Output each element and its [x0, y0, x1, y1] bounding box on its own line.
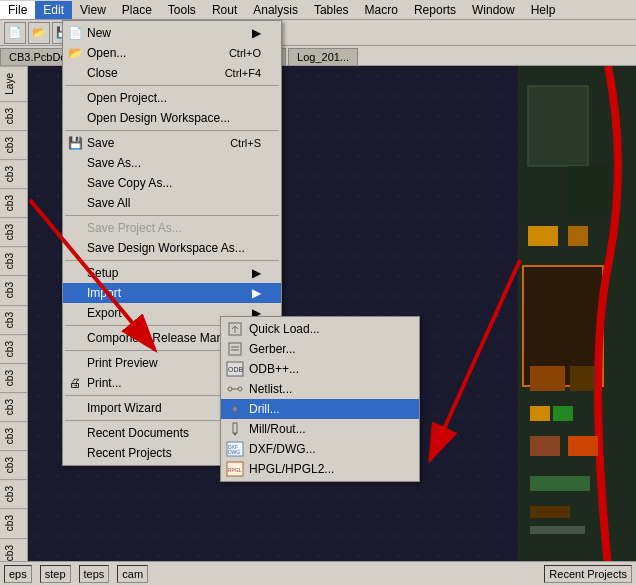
- status-eps: eps: [4, 565, 32, 583]
- print-icon: 🖨: [67, 375, 83, 391]
- divider-2: [65, 130, 279, 131]
- menu-help[interactable]: Help: [523, 1, 564, 19]
- mill-icon: [225, 419, 245, 439]
- menu-open-workspace[interactable]: Open Design Workspace...: [63, 108, 281, 128]
- status-cam: cam: [117, 565, 148, 583]
- import-drill[interactable]: Drill...: [221, 399, 419, 419]
- close-shortcut: Ctrl+F4: [225, 67, 261, 79]
- svg-point-29: [233, 407, 237, 411]
- open-button[interactable]: 📂: [28, 22, 50, 44]
- import-submenu: Quick Load... Gerber... ODB ODB++... Net…: [220, 316, 420, 482]
- import-quick-load[interactable]: Quick Load...: [221, 319, 419, 339]
- side-label-cb3-13[interactable]: cb3: [0, 450, 27, 479]
- status-teps: teps: [79, 565, 110, 583]
- side-label-laye[interactable]: Laye: [0, 66, 27, 101]
- side-label-cb3-4[interactable]: cb3: [0, 188, 27, 217]
- import-dxf-dwg[interactable]: DXFDWG DXF/DWG...: [221, 439, 419, 459]
- import-arrow: ▶: [252, 286, 261, 300]
- menu-open[interactable]: 📂 Open... Ctrl+O: [63, 43, 281, 63]
- tab-log[interactable]: Log_201...: [288, 48, 358, 65]
- menu-reports[interactable]: Reports: [406, 1, 464, 19]
- divider-1: [65, 85, 279, 86]
- svg-rect-30: [233, 423, 237, 433]
- gerber-icon: [225, 339, 245, 359]
- menu-window[interactable]: Window: [464, 1, 523, 19]
- menu-open-project[interactable]: Open Project...: [63, 88, 281, 108]
- side-label-cb3-2[interactable]: cb3: [0, 130, 27, 159]
- side-label-cb3-12[interactable]: cb3: [0, 421, 27, 450]
- import-netlist[interactable]: Netlist...: [221, 379, 419, 399]
- menu-tables[interactable]: Tables: [306, 1, 357, 19]
- svg-rect-16: [530, 506, 570, 518]
- svg-text:DWG: DWG: [228, 449, 240, 455]
- svg-rect-4: [528, 86, 588, 166]
- menu-save-workspace-as[interactable]: Save Design Workspace As...: [63, 238, 281, 258]
- menu-save-project-as[interactable]: Save Project As...: [63, 218, 281, 238]
- menu-save-all[interactable]: Save All: [63, 193, 281, 213]
- new-file-icon: 📄: [67, 25, 83, 41]
- menu-place[interactable]: Place: [114, 1, 160, 19]
- svg-rect-13: [530, 436, 560, 456]
- svg-rect-10: [570, 366, 595, 391]
- side-label-cb3-10[interactable]: cb3: [0, 363, 27, 392]
- svg-rect-20: [229, 343, 241, 355]
- svg-rect-17: [530, 526, 585, 534]
- side-label-cb3-11[interactable]: cb3: [0, 392, 27, 421]
- quick-load-icon: [225, 319, 245, 339]
- save-icon: 💾: [67, 135, 83, 151]
- svg-point-25: [228, 387, 232, 391]
- svg-rect-11: [530, 406, 550, 421]
- side-panel: Laye cb3 cb3 cb3 cb3 cb3 cb3 cb3 cb3 cb3…: [0, 66, 28, 561]
- drill-icon: [225, 399, 245, 419]
- import-odb[interactable]: ODB ODB++...: [221, 359, 419, 379]
- side-label-cb3-3[interactable]: cb3: [0, 159, 27, 188]
- svg-rect-9: [530, 366, 565, 391]
- side-label-cb3-8[interactable]: cb3: [0, 305, 27, 334]
- menu-analysis[interactable]: Analysis: [245, 1, 306, 19]
- menu-save-as[interactable]: Save As...: [63, 153, 281, 173]
- menu-import[interactable]: Import ▶: [63, 283, 281, 303]
- menu-macro[interactable]: Macro: [357, 1, 406, 19]
- divider-4: [65, 260, 279, 261]
- status-recent-projects: Recent Projects: [544, 565, 632, 583]
- menu-close[interactable]: Close Ctrl+F4: [63, 63, 281, 83]
- svg-rect-5: [568, 166, 608, 216]
- svg-point-26: [238, 387, 242, 391]
- menu-setup[interactable]: Setup ▶: [63, 263, 281, 283]
- side-label-cb3-15[interactable]: cb3: [0, 508, 27, 537]
- menu-tools[interactable]: Tools: [160, 1, 204, 19]
- side-label-cb3-6[interactable]: cb3: [0, 246, 27, 275]
- side-label-cb3-1[interactable]: cb3: [0, 101, 27, 130]
- side-label-cb3-5[interactable]: cb3: [0, 217, 27, 246]
- svg-text:RPGL: RPGL: [228, 467, 242, 473]
- menubar: File Edit View Place Tools Rout Analysis…: [0, 0, 636, 20]
- menu-new[interactable]: 📄 New ▶: [63, 23, 281, 43]
- menu-edit[interactable]: Edit: [35, 1, 72, 19]
- odb-icon: ODB: [225, 359, 245, 379]
- statusbar: eps step teps cam Recent Projects: [0, 561, 636, 585]
- setup-arrow: ▶: [252, 266, 261, 280]
- open-shortcut: Ctrl+O: [229, 47, 261, 59]
- menu-view[interactable]: View: [72, 1, 114, 19]
- side-label-cb3-9[interactable]: cb3: [0, 334, 27, 363]
- side-label-cb3-7[interactable]: cb3: [0, 275, 27, 304]
- menu-save[interactable]: 💾 Save Ctrl+S: [63, 133, 281, 153]
- import-gerber[interactable]: Gerber...: [221, 339, 419, 359]
- import-hpgl[interactable]: RPGL HPGL/HPGL2...: [221, 459, 419, 479]
- dxf-icon: DXFDWG: [225, 439, 245, 459]
- divider-3: [65, 215, 279, 216]
- menu-rout[interactable]: Rout: [204, 1, 245, 19]
- svg-rect-7: [528, 226, 558, 246]
- menu-file[interactable]: File: [0, 1, 35, 19]
- import-mill-rout[interactable]: Mill/Rout...: [221, 419, 419, 439]
- svg-rect-14: [568, 436, 598, 456]
- save-shortcut: Ctrl+S: [230, 137, 261, 149]
- side-label-cb3-14[interactable]: cb3: [0, 479, 27, 508]
- netlist-icon: [225, 379, 245, 399]
- new-button[interactable]: 📄: [4, 22, 26, 44]
- menu-save-copy-as[interactable]: Save Copy As...: [63, 173, 281, 193]
- svg-rect-15: [530, 476, 590, 491]
- open-icon: 📂: [67, 45, 83, 61]
- svg-marker-31: [233, 433, 237, 436]
- status-step: step: [40, 565, 71, 583]
